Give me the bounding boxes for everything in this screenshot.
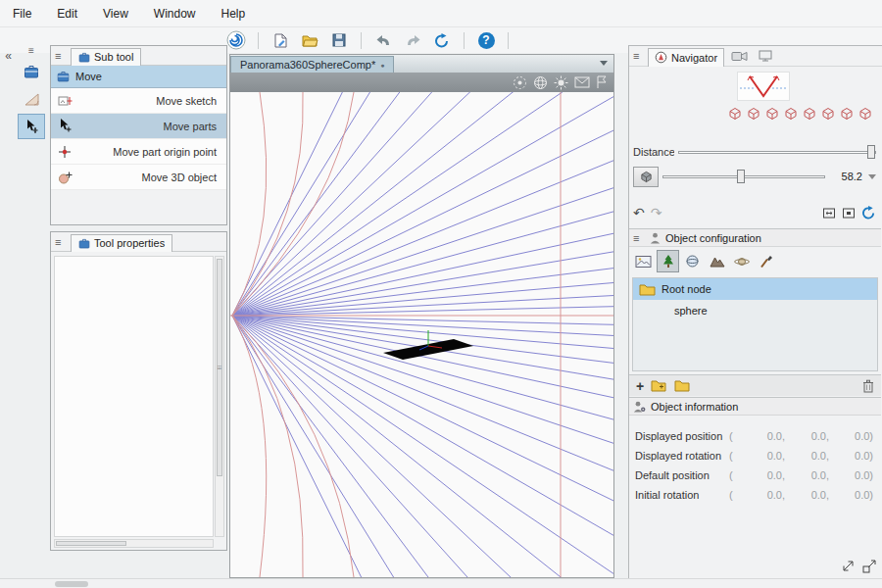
planet-icon [685,254,700,269]
rotate-view-icon[interactable] [429,29,455,51]
subtool-item-move-3d-object[interactable]: Move 3D object [51,165,226,190]
ruler-tool-button[interactable] [18,86,45,112]
envelope-icon[interactable] [574,76,590,88]
subtool-list: Move sketch Move parts Move part origin … [51,88,226,190]
view-cube-right-button[interactable] [782,105,799,122]
toolbox-tool-button[interactable] [18,59,45,84]
fov-value: 58.2 [829,171,862,182]
paren: ( [729,469,741,481]
delete-node-icon[interactable] [862,379,874,393]
node-row-sphere[interactable]: sphere [633,300,877,321]
resize-canvas-icon[interactable] [840,558,857,574]
view-cube-top-button[interactable] [801,105,817,122]
menu-help[interactable]: Help [209,0,259,26]
right-panel: ≡ Navigator Distance [628,45,882,578]
view-cube-left-button[interactable] [763,105,780,122]
collapse-left-panel-button[interactable]: « [2,49,15,64]
light-source-icon[interactable] [554,75,568,90]
navigator-tab[interactable]: Navigator [648,48,724,67]
panel-menu-icon[interactable]: ≡ [633,232,645,244]
view-cube-front-button[interactable] [726,105,743,122]
fov-slider[interactable] [662,169,825,184]
tool-properties-body [54,256,214,537]
fov-slider-thumb[interactable] [737,170,745,183]
3d-viewport[interactable] [230,92,613,577]
subtool-item-label: Move parts [73,121,217,132]
move-origin-icon [58,145,73,159]
subtool-item-move-part-origin[interactable]: Move part origin point [51,139,226,165]
tab-list-dropdown-icon[interactable] [600,61,608,66]
redo-icon[interactable] [400,29,425,51]
view-cube-perspective-button[interactable] [838,105,855,122]
menu-edit[interactable]: Edit [44,0,90,26]
menu-file[interactable]: File [0,0,44,26]
dotted-sphere-view-icon[interactable] [513,75,527,90]
slider-track [678,151,876,154]
panel-menu-icon[interactable]: ≡ [633,50,645,62]
fit-to-screen-icon[interactable] [822,207,836,220]
viewport-toolbar [230,73,613,92]
tool-properties-tab[interactable]: Tool properties [71,234,172,252]
toolbar-separator [258,32,259,49]
ring-button[interactable] [730,250,753,272]
menu-window[interactable]: Window [141,0,209,26]
brush-button[interactable] [755,250,777,272]
toolbox-icon [78,52,90,63]
help-icon[interactable]: ? [473,29,499,51]
folder-icon[interactable] [674,379,691,392]
new-file-icon[interactable] [268,29,293,51]
reset-camera-icon[interactable] [861,206,876,220]
toolbar-separator [508,32,509,49]
object-configuration-header: ≡ Object configuration [629,228,881,247]
bottom-scrollbar-thumb[interactable] [55,581,88,587]
menu-view[interactable]: View [90,0,141,26]
distance-slider-thumb[interactable] [867,145,875,159]
toolbar-separator [361,32,362,49]
view-cube-back-button[interactable] [745,105,761,122]
panel-menu-icon[interactable]: ≡ [55,236,67,248]
subtool-item-label: Move part origin point [73,146,217,158]
add-node-icon[interactable]: + [636,379,644,393]
undo-icon[interactable] [370,29,396,51]
open-folder-icon[interactable] [297,29,322,51]
panel-menu-icon[interactable]: ≡ [55,50,67,62]
monitor-view-button[interactable] [754,47,777,65]
fit-selection-icon[interactable] [842,207,856,220]
toolstrip-menu-icon[interactable]: ≡ [28,45,34,57]
distance-slider[interactable] [678,144,876,160]
scrollbar-thumb[interactable] [56,541,126,546]
planet-button[interactable] [681,250,704,272]
subtool-group-move[interactable]: Move [51,66,226,88]
scrollbar-thumb[interactable]: ≡ [217,259,222,476]
resize-window-icon[interactable] [861,558,878,574]
subtool-item-move-parts[interactable]: Move parts [51,114,226,139]
object-type-toolbar [629,247,881,275]
camera-undo-icon[interactable]: ↶ [633,206,645,220]
tool-properties-horizontal-scrollbar[interactable] [54,539,214,548]
camera-angle-widget[interactable] [737,72,790,101]
mountain-button[interactable] [706,250,728,272]
subtool-tab-label: Sub tool [94,51,133,63]
object-tree-button[interactable] [657,250,679,272]
camera-view-button[interactable] [727,47,751,65]
document-tab[interactable]: Panorama360SphereComp* ● [230,56,394,73]
view-cube-isometric-button[interactable] [857,105,873,122]
tool-properties-vertical-scrollbar[interactable]: ≡ [215,256,224,537]
bookmark-flag-icon[interactable] [596,75,608,89]
background-photo-button[interactable] [632,250,655,272]
info-row-default-position: Default position ( 0.0, 0.0, 0.0) [635,468,875,482]
node-row-root[interactable]: Root node [633,278,877,300]
value-x: 0.0, [741,450,785,462]
add-folder-icon[interactable] [651,379,667,392]
navigator-actions: ↶ ↷ [633,203,876,222]
subtool-item-move-sketch[interactable]: Move sketch [51,88,226,114]
camera-redo-icon[interactable]: ↷ [651,206,662,220]
fov-stepper-icon[interactable] [868,174,876,179]
save-icon[interactable] [326,29,352,51]
subtool-tab[interactable]: Sub tool [71,48,141,66]
view-cube-bottom-button[interactable] [819,105,836,122]
perspective-cube-button[interactable] [633,167,659,187]
move-tool-button[interactable] [18,114,45,139]
tree-icon [662,254,675,269]
wireframe-sphere-view-icon[interactable] [533,75,548,90]
